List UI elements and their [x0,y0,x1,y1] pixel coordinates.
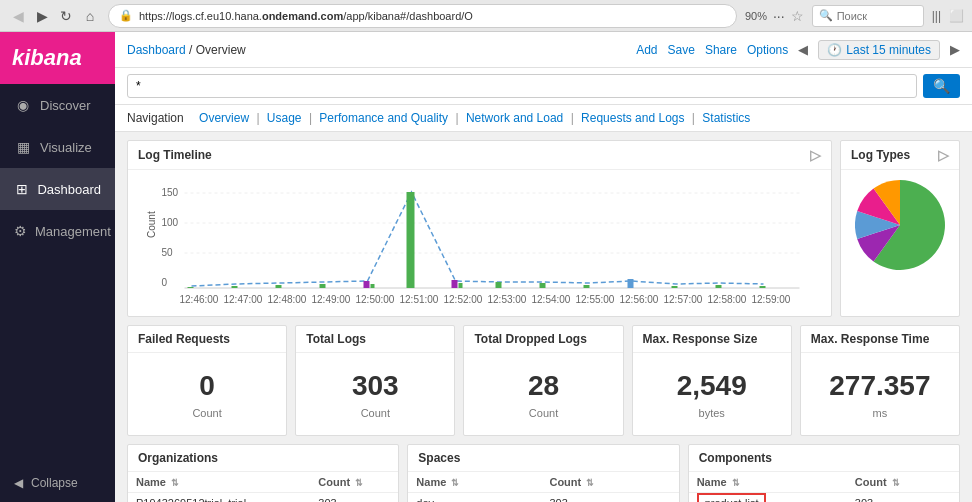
history-icon[interactable]: ||| [932,9,941,23]
breadcrumb-separator: / [189,43,196,57]
collapse-label: Collapse [31,476,78,490]
bookmark-icon[interactable]: ☆ [791,8,804,24]
nav-performance-quality[interactable]: Perfomance and Quality [319,111,448,125]
nav-statistics[interactable]: Statistics [702,111,750,125]
table-row: product-list 303 [689,492,959,502]
options-button[interactable]: Options [747,43,788,57]
x-label-3: 12:49:00 [312,294,351,305]
refresh-button[interactable]: ↻ [56,6,76,26]
organizations-header: Organizations [128,445,398,472]
time-nav-left[interactable]: ◀ [798,42,808,57]
spaces-header-row: Name ⇅ Count ⇅ [408,472,678,493]
log-types-panel: Log Types ▷ [840,140,960,317]
max-response-time-panel: Max. Response Time 277.357 ms [800,325,960,436]
sort-icon: ⇅ [732,478,740,488]
log-types-header: Log Types ▷ [841,141,959,170]
share-button[interactable]: Share [705,43,737,57]
sidebar-item-label: Discover [40,98,91,113]
sort-icon: ⇅ [171,478,179,488]
time-filter[interactable]: 🕐 Last 15 minutes [818,40,940,60]
main-content: Dashboard / Overview Add Save Share Opti… [115,32,972,502]
total-dropped-logs-panel: Total Dropped Logs 28 Count [463,325,623,436]
bar-purple-4 [364,281,370,288]
browser-search-input[interactable] [837,10,917,22]
total-dropped-logs-value: 28 [472,369,614,403]
nav-usage[interactable]: Usage [267,111,302,125]
failed-requests-body: 0 Count [128,353,286,435]
org-count-cell: 303 [310,492,398,502]
zoom-level: 90% [745,10,767,22]
browser-nav-buttons: ◀ ▶ ↻ ⌂ [8,6,100,26]
x-label-10: 12:56:00 [620,294,659,305]
browser-search-bar[interactable]: 🔍 [812,5,924,27]
max-response-size-header: Max. Response Size [633,326,791,353]
log-types-pie [855,180,945,270]
breadcrumb: Dashboard / Overview [127,43,246,57]
max-response-time-value: 277.357 [809,369,951,403]
max-response-time-body: 277.357 ms [801,353,959,435]
components-title: Components [699,451,772,465]
sidebar-item-dashboard[interactable]: ⊞ Dashboard [0,168,115,210]
total-dropped-logs-unit: Count [472,407,614,419]
bar-green-8 [540,283,546,288]
components-header: Components [689,445,959,472]
org-count-header: Count ⇅ [310,472,398,493]
failed-requests-panel: Failed Requests 0 Count [127,325,287,436]
y-tick-0: 0 [162,277,168,288]
spaces-table: Name ⇅ Count ⇅ dev 303 [408,472,678,502]
x-label-2: 12:48:00 [268,294,307,305]
sidebar-item-label: Visualize [40,140,92,155]
nav-requests-logs[interactable]: Requests and Logs [581,111,684,125]
organizations-title: Organizations [138,451,218,465]
bar-green-11 [672,286,678,288]
kibana-search-input[interactable] [127,74,917,98]
nav-overview[interactable]: Overview [199,111,249,125]
sidebar-item-label: Dashboard [37,182,101,197]
breadcrumb-current: Overview [196,43,246,57]
new-tab-icon[interactable]: ⬜ [949,9,964,23]
address-bar[interactable]: 🔒 https://logs.cf.eu10.hana.ondemand.com… [108,4,737,28]
time-nav-right[interactable]: ▶ [950,42,960,57]
total-dropped-logs-header: Total Dropped Logs [464,326,622,353]
spaces-header: Spaces [408,445,678,472]
sidebar-item-management[interactable]: ⚙ Management [0,210,115,252]
sidebar-item-label: Management [35,224,111,239]
more-button[interactable]: ··· [773,8,785,24]
space-name-header: Name ⇅ [408,472,541,493]
search-submit-button[interactable]: 🔍 [923,74,960,98]
max-response-time-title: Max. Response Time [811,332,930,346]
x-label-13: 12:59:00 [752,294,791,305]
browser-actions: 90% ··· ☆ [745,8,804,24]
sort-icon: ⇅ [355,478,363,488]
charts-row: Log Timeline ▷ 150 100 50 0 Count [127,140,960,317]
back-button[interactable]: ◀ [8,6,28,26]
panel-toggle-icon[interactable]: ▷ [810,147,821,163]
sidebar-item-visualize[interactable]: ▦ Visualize [0,126,115,168]
collapse-button[interactable]: ◀ Collapse [0,464,115,502]
navigation-label: Navigation [127,111,184,125]
panel-toggle-icon[interactable]: ▷ [938,147,949,163]
home-button[interactable]: ⌂ [80,6,100,26]
max-response-size-panel: Max. Response Size 2,549 bytes [632,325,792,436]
org-name-header: Name ⇅ [128,472,310,493]
url-text: https://logs.cf.eu10.hana.ondemand.com/a… [139,10,726,22]
discover-icon: ◉ [14,96,32,114]
bar-green-5 [407,192,415,288]
sort-icon: ⇅ [892,478,900,488]
table-row: P1943269512trial_trial 303 [128,492,398,502]
top-actions: Add Save Share Options ◀ 🕐 Last 15 minut… [636,40,960,60]
add-button[interactable]: Add [636,43,657,57]
max-response-size-value: 2,549 [641,369,783,403]
breadcrumb-dashboard-link[interactable]: Dashboard [127,43,186,57]
max-response-time-unit: ms [809,407,951,419]
nav-network-load[interactable]: Network and Load [466,111,563,125]
save-button[interactable]: Save [668,43,695,57]
time-filter-label: Last 15 minutes [846,43,931,57]
management-icon: ⚙ [14,222,27,240]
bar-green-2 [276,285,282,288]
collapse-icon: ◀ [14,476,23,490]
sidebar-item-discover[interactable]: ◉ Discover [0,84,115,126]
forward-button[interactable]: ▶ [32,6,52,26]
x-label-1: 12:47:00 [224,294,263,305]
browser-chrome: ◀ ▶ ↻ ⌂ 🔒 https://logs.cf.eu10.hana.onde… [0,0,972,32]
